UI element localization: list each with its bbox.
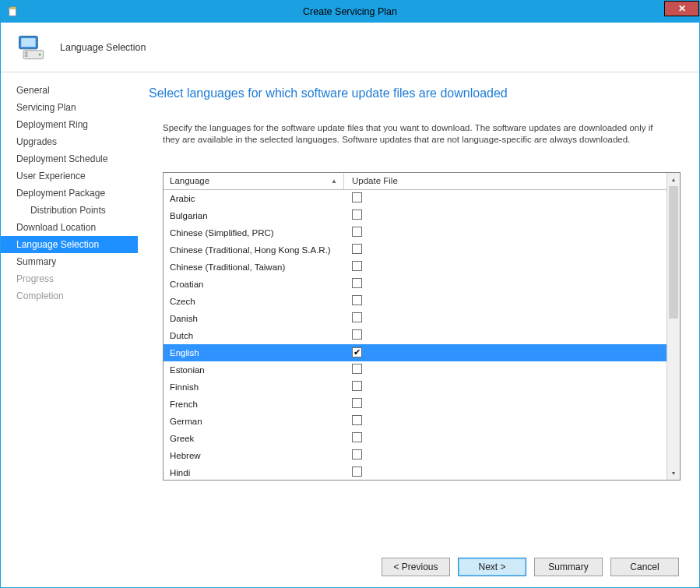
update-file-checkbox[interactable]	[352, 449, 362, 459]
table-row[interactable]: Chinese (Traditional, Taiwan)	[164, 259, 667, 276]
nav-item[interactable]: Summary	[1, 253, 138, 270]
update-file-checkbox[interactable]	[352, 467, 362, 477]
table-row[interactable]: Bulgarian	[164, 207, 667, 224]
nav-item[interactable]: Deployment Ring	[1, 116, 138, 133]
update-file-cell	[344, 209, 667, 221]
update-file-checkbox[interactable]	[352, 329, 362, 340]
next-button[interactable]: Next >	[458, 558, 526, 576]
update-file-checkbox[interactable]	[352, 381, 362, 391]
table-row[interactable]: Greek	[164, 430, 667, 447]
column-header-update-file[interactable]: Update File	[344, 173, 667, 189]
scroll-track[interactable]	[667, 186, 680, 467]
update-file-cell	[344, 415, 667, 427]
table-row[interactable]: English✔	[164, 344, 667, 361]
update-file-cell	[344, 398, 667, 410]
table-row[interactable]: Croatian	[164, 276, 667, 293]
update-file-checkbox[interactable]	[352, 432, 362, 442]
language-cell: Chinese (Traditional, Taiwan)	[164, 262, 344, 272]
language-cell: Estonian	[164, 365, 344, 375]
wizard-body: GeneralServicing PlanDeployment RingUpgr…	[1, 72, 699, 547]
language-cell: Czech	[164, 297, 344, 306]
column-header-language-label: Language	[170, 176, 209, 185]
wizard-icon	[15, 30, 49, 65]
table-row[interactable]: Estonian	[164, 361, 667, 379]
table-row[interactable]: Chinese (Traditional, Hong Kong S.A.R.)	[164, 241, 667, 259]
update-file-cell	[344, 295, 667, 307]
table-row[interactable]: German	[164, 413, 667, 430]
column-header-language[interactable]: Language ▲	[164, 173, 344, 189]
window-title: Create Servicing Plan	[1, 6, 699, 17]
language-grid: Language ▲ Update File ArabicBulgarianCh…	[163, 172, 681, 481]
language-cell: English	[164, 348, 344, 357]
wizard-header: Language Selection	[1, 23, 699, 72]
nav-item[interactable]: User Experience	[1, 167, 138, 185]
update-file-checkbox[interactable]	[352, 295, 362, 305]
update-file-cell	[344, 312, 667, 324]
update-file-checkbox[interactable]	[352, 209, 362, 220]
table-row[interactable]: Czech	[164, 293, 667, 310]
nav-item: Completion	[1, 287, 138, 305]
grid-scrollbar[interactable]: ▴ ▾	[667, 173, 680, 480]
close-icon: ✕	[678, 3, 686, 14]
chevron-down-icon: ▾	[672, 470, 675, 477]
nav-item[interactable]: Deployment Schedule	[1, 150, 138, 167]
table-row[interactable]: Hebrew	[164, 447, 667, 464]
update-file-cell	[344, 381, 667, 393]
language-cell: Croatian	[164, 280, 344, 289]
wizard-window: Create Servicing Plan ✕ Language Selecti…	[0, 0, 700, 588]
language-cell: Danish	[164, 314, 344, 323]
update-file-checkbox[interactable]	[352, 398, 362, 408]
nav-item[interactable]: Download Location	[1, 219, 138, 236]
update-file-cell	[344, 227, 667, 238]
update-file-checkbox[interactable]	[352, 244, 362, 254]
table-row[interactable]: Chinese (Simplified, PRC)	[164, 224, 667, 241]
update-file-checkbox[interactable]	[352, 261, 362, 271]
update-file-checkbox[interactable]	[352, 415, 362, 425]
scroll-thumb[interactable]	[669, 186, 678, 319]
update-file-checkbox[interactable]	[352, 227, 362, 237]
table-row[interactable]: Dutch	[164, 327, 667, 344]
svg-point-7	[39, 53, 41, 55]
table-row[interactable]: Danish	[164, 310, 667, 327]
language-cell: Chinese (Traditional, Hong Kong S.A.R.)	[164, 245, 344, 255]
language-cell: Greek	[164, 434, 344, 443]
update-file-cell	[344, 244, 667, 255]
language-cell: German	[164, 417, 344, 426]
update-file-cell	[344, 329, 667, 341]
svg-rect-1	[11, 7, 16, 9]
update-file-checkbox[interactable]	[352, 364, 362, 374]
update-file-checkbox[interactable]	[352, 312, 362, 322]
svg-rect-6	[25, 55, 28, 57]
nav-item[interactable]: Language Selection	[1, 236, 138, 253]
svg-rect-3	[21, 38, 35, 47]
language-cell: Hindi	[164, 468, 344, 477]
table-row[interactable]: Finnish	[164, 379, 667, 396]
nav-item[interactable]: Distribution Points	[1, 202, 138, 219]
nav-item[interactable]: Servicing Plan	[1, 99, 138, 116]
page-name: Language Selection	[60, 42, 146, 53]
grid-rows: ArabicBulgarianChinese (Simplified, PRC)…	[164, 190, 667, 480]
table-row[interactable]: Arabic	[164, 190, 667, 207]
close-button[interactable]: ✕	[664, 1, 699, 16]
table-row[interactable]: Hindi	[164, 464, 667, 480]
language-cell: Bulgarian	[164, 211, 344, 220]
summary-button[interactable]: Summary	[534, 558, 603, 576]
nav-item[interactable]: Upgrades	[1, 133, 138, 150]
titlebar: Create Servicing Plan ✕	[1, 1, 699, 23]
update-file-checkbox[interactable]	[352, 192, 362, 202]
update-file-cell	[344, 432, 667, 444]
update-file-cell: ✔	[344, 347, 667, 357]
table-row[interactable]: French	[164, 396, 667, 413]
update-file-checkbox[interactable]	[352, 278, 362, 288]
column-header-update-file-label: Update File	[352, 176, 398, 185]
grid-header: Language ▲ Update File	[164, 173, 667, 190]
scroll-down-button[interactable]: ▾	[667, 467, 680, 480]
system-icon	[5, 4, 21, 19]
scroll-up-button[interactable]: ▴	[667, 173, 680, 186]
content-description: Specify the languages for the software u…	[163, 122, 661, 146]
update-file-checkbox[interactable]: ✔	[352, 347, 362, 357]
cancel-button[interactable]: Cancel	[610, 558, 679, 576]
previous-button[interactable]: < Previous	[382, 558, 450, 576]
nav-item[interactable]: General	[1, 82, 138, 99]
nav-item[interactable]: Deployment Package	[1, 185, 138, 202]
